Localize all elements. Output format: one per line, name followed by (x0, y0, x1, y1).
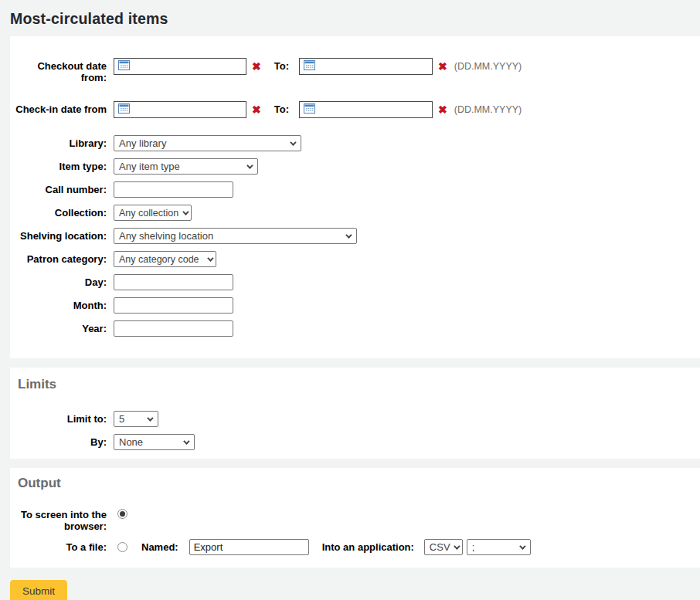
limit-by-select-value: None (119, 436, 143, 448)
chevron-down-icon (182, 208, 189, 215)
calendar-icon (118, 59, 130, 73)
calendar-icon (304, 103, 315, 117)
output-to-screen-row: To screen into the browser: (10, 507, 700, 533)
chevron-down-icon (207, 255, 213, 261)
checkout-date-format-hint: (DD.MM.YYYY) (454, 58, 522, 75)
chevron-down-icon (290, 139, 296, 145)
limit-to-select-value: 5 (119, 413, 124, 425)
item-type-select-value: Any item type (119, 161, 180, 172)
file-format-select[interactable]: CSV (424, 539, 463, 555)
separator-select-value: ; (472, 541, 475, 553)
call-number-input[interactable] (114, 181, 233, 198)
named-label: Named: (141, 539, 178, 555)
limit-to-select[interactable]: 5 (114, 411, 158, 427)
day-row: Day: (10, 274, 700, 290)
clear-checkin-from-icon[interactable]: ✖ (252, 101, 261, 118)
checkout-date-label: Checkout date from: (10, 58, 107, 83)
shelving-location-row: Shelving location: Any shelving location (10, 228, 700, 244)
checkin-date-format-hint: (DD.MM.YYYY) (454, 101, 522, 118)
library-label: Library: (10, 135, 107, 149)
calendar-icon (304, 59, 315, 73)
page-title: Most-circulated items (0, 0, 700, 36)
day-label: Day: (10, 274, 107, 288)
to-screen-label: To screen into the browser: (10, 507, 107, 532)
submit-button[interactable]: Submit (10, 580, 67, 600)
output-panel: Output To screen into the browser: To a … (10, 468, 700, 568)
clear-checkin-to-icon[interactable]: ✖ (438, 101, 447, 118)
checkin-date-to-input[interactable] (299, 101, 433, 118)
call-number-label: Call number: (10, 181, 107, 195)
chevron-down-icon (246, 162, 253, 168)
into-application-label: Into an application: (322, 539, 414, 555)
library-select[interactable]: Any library (114, 135, 301, 151)
shelving-location-select-value: Any shelving location (119, 230, 213, 242)
month-label: Month: (10, 297, 107, 311)
checkout-to-label: To: (274, 58, 289, 75)
chevron-down-icon (147, 415, 153, 421)
file-format-select-value: CSV (430, 541, 450, 553)
filters-panel: Checkout date from: ✖ To: ✖ (DD.MM.YYYY)… (10, 36, 700, 358)
limit-by-row: By: None (10, 434, 700, 450)
checkout-date-to-input[interactable] (299, 58, 433, 75)
month-input[interactable] (114, 297, 233, 314)
shelving-location-select[interactable]: Any shelving location (114, 228, 357, 244)
limit-by-select[interactable]: None (114, 434, 195, 450)
collection-label: Collection: (10, 205, 107, 219)
library-select-value: Any library (119, 137, 166, 149)
clear-checkout-from-icon[interactable]: ✖ (252, 58, 261, 75)
month-row: Month: (10, 297, 700, 314)
checkin-date-from-input[interactable] (114, 101, 246, 118)
separator-select[interactable]: ; (467, 539, 531, 555)
calendar-icon (118, 103, 130, 117)
item-type-label: Item type: (10, 158, 107, 172)
file-name-input[interactable] (189, 539, 309, 555)
year-input[interactable] (114, 320, 233, 337)
output-heading: Output (18, 476, 700, 491)
item-type-row: Item type: Any item type (10, 158, 700, 175)
output-to-file-row: To a file: Named: Into an application: C… (10, 539, 700, 555)
checkin-date-label: Check-in date from (10, 101, 107, 115)
patron-category-label: Patron category: (10, 251, 107, 265)
limit-by-label: By: (10, 434, 107, 448)
collection-select[interactable]: Any collection (114, 205, 192, 221)
collection-row: Collection: Any collection (10, 205, 700, 221)
clear-checkout-to-icon[interactable]: ✖ (438, 58, 447, 75)
patron-category-select[interactable]: Any category code (114, 251, 216, 267)
limit-to-label: Limit to: (10, 411, 107, 425)
patron-category-select-value: Any category code (119, 254, 199, 265)
checkout-date-from-input[interactable] (114, 58, 246, 75)
to-file-label: To a file: (10, 539, 107, 553)
limits-heading: Limits (18, 377, 700, 392)
checkin-to-label: To: (274, 101, 289, 118)
to-file-radio[interactable] (117, 542, 127, 552)
year-label: Year: (10, 320, 107, 334)
limits-panel: Limits Limit to: 5 By: None (10, 368, 700, 459)
year-row: Year: (10, 320, 700, 337)
patron-category-row: Patron category: Any category code (10, 251, 700, 267)
shelving-location-label: Shelving location: (10, 228, 107, 242)
checkout-date-row: Checkout date from: ✖ To: ✖ (DD.MM.YYYY) (10, 58, 700, 83)
to-screen-radio[interactable] (117, 509, 127, 519)
collection-select-value: Any collection (119, 208, 178, 219)
call-number-row: Call number: (10, 181, 700, 198)
checkin-date-row: Check-in date from ✖ To: ✖ (DD.MM.YYYY) (10, 101, 700, 118)
limit-to-row: Limit to: 5 (10, 411, 700, 427)
chevron-down-icon (183, 438, 189, 444)
chevron-down-icon (454, 543, 460, 549)
day-input[interactable] (114, 274, 233, 290)
chevron-down-icon (519, 543, 525, 549)
library-row: Library: Any library (10, 135, 700, 151)
item-type-select[interactable]: Any item type (114, 158, 258, 175)
chevron-down-icon (345, 232, 352, 238)
